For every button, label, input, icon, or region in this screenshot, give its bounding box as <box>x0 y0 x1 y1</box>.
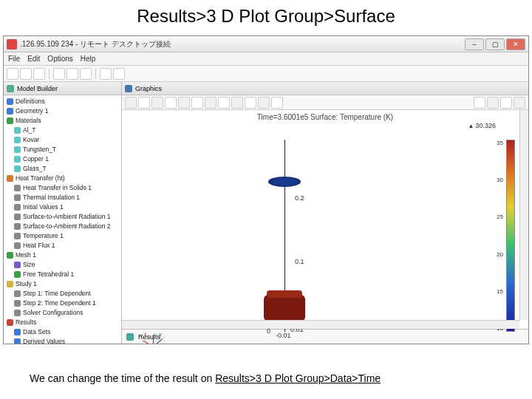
legend-max-value: 30.326 <box>468 122 496 129</box>
tree-node[interactable]: Results <box>7 318 120 327</box>
gtool-button[interactable] <box>205 97 216 109</box>
graphics-toolbar <box>122 95 528 110</box>
gtool-button[interactable] <box>474 97 485 109</box>
axis-label: 0.2 <box>295 194 304 202</box>
gtool-button[interactable] <box>245 97 256 109</box>
tree-node-icon <box>14 214 21 220</box>
gtool-button[interactable] <box>165 97 177 109</box>
tree-node-icon <box>14 185 21 191</box>
tree-node[interactable]: Kovar <box>7 135 120 145</box>
close-button[interactable]: ✕ <box>506 38 525 50</box>
gtool-button[interactable] <box>500 97 512 109</box>
tree-node[interactable]: Initial Values 1 <box>7 202 120 212</box>
model-3d-view: 0.2 0.1 0 0.01 -0.01 z y x <box>137 132 447 344</box>
tree-node[interactable]: Solver Configurations <box>7 308 120 318</box>
gtool-button[interactable] <box>125 97 137 109</box>
tree-node[interactable]: Heat Flux 1 <box>7 241 120 250</box>
tree-node-icon <box>7 117 13 124</box>
tree-node-icon <box>14 338 21 344</box>
tree-node[interactable]: Copper 1 <box>7 154 120 164</box>
menu-edit[interactable]: Edit <box>27 55 40 63</box>
tree-node[interactable]: Surface-to-Ambient Radiation 2 <box>7 222 120 231</box>
panel-title: Graphics <box>135 85 162 92</box>
gtool-button[interactable] <box>487 97 499 109</box>
main-toolbar <box>4 66 528 82</box>
tree-node[interactable]: Mesh 1 <box>7 250 120 260</box>
graphics-panel: Graphics Ti <box>122 82 528 344</box>
toolbar-button[interactable] <box>7 68 18 80</box>
gtool-button[interactable] <box>514 97 525 109</box>
tree-node[interactable]: Thermal Insulation 1 <box>7 193 120 202</box>
tree-node-icon <box>7 252 13 259</box>
tree-node-icon <box>7 319 13 326</box>
minimize-button[interactable]: – <box>465 38 484 50</box>
tree-node[interactable]: Glass_T <box>7 164 120 174</box>
tree-node-label: Results <box>16 318 36 327</box>
tree-node[interactable]: Study 1 <box>7 279 120 289</box>
toolbar-button[interactable] <box>20 68 32 80</box>
tree-node-label: Tungsten_T <box>23 145 56 154</box>
tree-node[interactable]: Heat Transfer in Solids 1 <box>7 183 120 193</box>
plot-canvas[interactable]: Time=3.6001e5 Surface: Temperature (K) 3… <box>122 110 528 329</box>
tree-node[interactable]: Size <box>7 260 120 270</box>
tree-node[interactable]: Definitions <box>7 97 120 106</box>
toolbar-button[interactable] <box>80 68 92 80</box>
tree-node[interactable]: Heat Transfer (ht) <box>7 174 120 183</box>
tree-node-icon <box>14 194 21 201</box>
gtool-button[interactable] <box>271 97 283 109</box>
tree-node-label: Kovar <box>23 135 39 145</box>
gtool-button[interactable] <box>191 97 203 109</box>
scrollbar-horizontal[interactable] <box>122 320 519 329</box>
model-bottom-object <box>264 295 305 321</box>
window-title: .126.95.109 234 - リモート デスクトップ接続 <box>20 39 465 50</box>
tree-node[interactable]: Free Tetrahedral 1 <box>7 270 120 279</box>
tab-icon <box>126 333 134 341</box>
tree-node[interactable]: Geometry 1 <box>7 106 120 116</box>
tree-node-label: Heat Transfer in Solids 1 <box>23 183 92 193</box>
footer-text: We can change the time of the result on <box>30 372 215 384</box>
tree-node-icon <box>14 310 21 316</box>
gtool-button[interactable] <box>138 97 150 109</box>
tree-node-label: Study 1 <box>16 279 37 289</box>
tree-node[interactable]: Al_T <box>7 126 120 135</box>
toolbar-button[interactable] <box>113 68 125 80</box>
toolbar-button[interactable] <box>66 68 78 80</box>
tree-node[interactable]: Materials <box>7 116 120 126</box>
slide-footer: We can change the time of the result on … <box>30 372 381 384</box>
tree-node[interactable]: Tungsten_T <box>7 145 120 154</box>
tree-node[interactable]: Temperature 1 <box>7 231 120 241</box>
tree-node[interactable]: Data Sets <box>7 327 120 337</box>
gtool-button[interactable] <box>218 97 230 109</box>
gtool-button[interactable] <box>231 97 243 109</box>
menu-help[interactable]: Help <box>81 55 96 63</box>
axis-x-label: x <box>144 332 147 337</box>
toolbar-button[interactable] <box>100 68 112 80</box>
tree-node-icon <box>14 156 21 163</box>
axis-label: 0.1 <box>295 258 304 265</box>
tree-node[interactable]: Surface-to-Ambient Radiation 1 <box>7 212 120 222</box>
main-area: Model Builder DefinitionsGeometry 1Mater… <box>4 82 528 344</box>
toolbar-button[interactable] <box>53 68 65 80</box>
tree-node[interactable]: Derived Values <box>7 337 120 344</box>
menu-options[interactable]: Options <box>47 55 72 63</box>
gtool-button[interactable] <box>178 97 190 109</box>
maximize-button[interactable]: ▢ <box>485 38 505 50</box>
model-tree[interactable]: DefinitionsGeometry 1MaterialsAl_TKovarT… <box>4 95 121 344</box>
gtool-button[interactable] <box>258 97 270 109</box>
tree-node-icon <box>14 204 21 211</box>
gtool-button[interactable] <box>151 97 163 109</box>
menu-file[interactable]: File <box>8 55 20 63</box>
tree-node[interactable]: Step 1: Time Dependent <box>7 289 120 299</box>
plot-title: Time=3.6001e5 Surface: Temperature (K) <box>257 113 393 121</box>
separator <box>49 69 50 79</box>
toolbar-button[interactable] <box>33 68 45 80</box>
separator <box>95 69 96 79</box>
titlebar: .126.95.109 234 - リモート デスクトップ接続 – ▢ ✕ <box>4 36 528 52</box>
tree-node[interactable]: Step 2: Time Dependent 1 <box>7 299 120 308</box>
axis-y-label: y <box>159 332 162 337</box>
scrollbar-vertical[interactable] <box>519 110 528 320</box>
tree-node-label: Temperature 1 <box>23 231 64 241</box>
tree-node-label: Geometry 1 <box>16 106 48 116</box>
tick: 25 <box>497 214 503 220</box>
tree-node-icon <box>14 127 21 134</box>
